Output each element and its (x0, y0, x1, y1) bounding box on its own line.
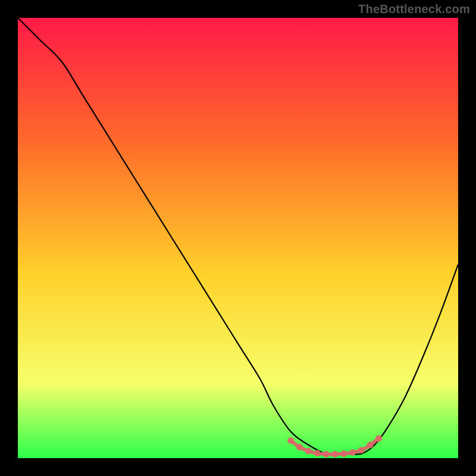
optimal-range-marker (314, 450, 321, 456)
optimal-range-marker (340, 450, 347, 457)
optimal-range-marker (331, 451, 338, 458)
gradient-background (18, 18, 458, 458)
chart-frame: TheBottleneck.com (0, 0, 476, 476)
plot-area (18, 18, 458, 458)
optimal-range-marker (305, 448, 312, 455)
optimal-range-marker (323, 451, 330, 458)
optimal-range-marker (287, 437, 294, 444)
optimal-range-marker (358, 447, 365, 453)
bottleneck-chart-svg (18, 18, 458, 458)
watermark-text: TheBottleneck.com (358, 2, 470, 16)
optimal-range-marker (296, 444, 303, 450)
optimal-range-marker (375, 435, 382, 441)
optimal-range-marker (367, 441, 374, 448)
optimal-range-marker (349, 449, 356, 456)
